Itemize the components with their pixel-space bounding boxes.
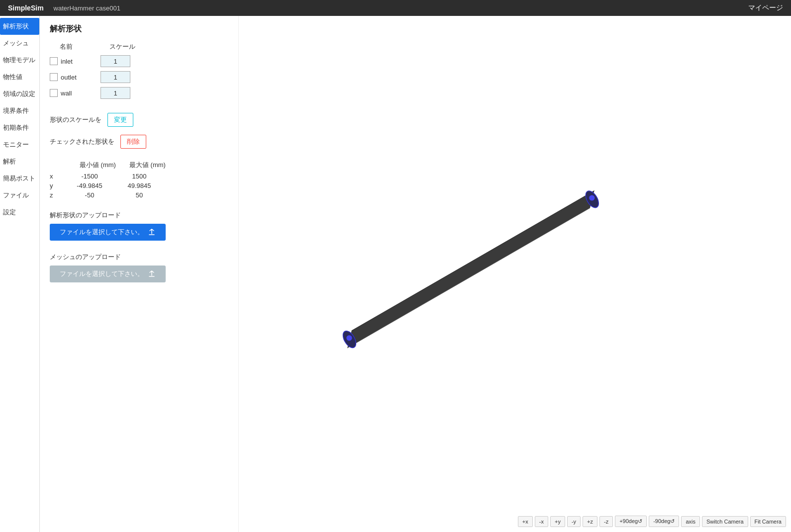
bb-axis-y: y [50, 182, 65, 189]
bb-min-header: 最小値 (mm) [80, 161, 129, 170]
pipe-svg [239, 16, 791, 532]
brand-name: SimpleSim [8, 4, 44, 12]
shape-table-header: 名前 スケール [50, 42, 228, 51]
bb-table-header: 最小値 (mm) 最大値 (mm) [50, 161, 179, 170]
cam-btn-plus90deg[interactable]: +90deg↺ [615, 516, 647, 527]
cam-btn-fit-camera[interactable]: Fit Camera [750, 516, 786, 527]
upload-shape-button[interactable]: ファイルを選択して下さい。 [50, 224, 166, 241]
cam-btn-minus-x[interactable]: -x [535, 516, 548, 527]
bb-max-x: 1500 [114, 173, 164, 180]
bb-row-x: x -1500 1500 [50, 173, 179, 180]
sidebar-item-settings[interactable]: 設定 [0, 204, 39, 221]
pipe-top-edge [347, 208, 590, 348]
cam-btn-minus90deg[interactable]: -90deg↺ [649, 516, 679, 527]
wall-scale-input[interactable] [100, 87, 130, 99]
delete-section: チェックされた形状を 削除 [50, 135, 228, 149]
pipe-bottom-edge [352, 190, 594, 331]
sidebar: 解析形状 メッシュ 物理モデル 物性値 領域の設定 境界条件 初期条件 モニター… [0, 16, 40, 532]
bb-max-y: 49.9845 [114, 182, 164, 189]
bb-max-header: 最大値 (mm) [129, 161, 179, 170]
pipe-end-dot [589, 195, 594, 200]
sidebar-item-monitor[interactable]: モニター [0, 136, 39, 153]
shape-row-inlet: inlet [50, 55, 228, 67]
cam-btn-minus-y[interactable]: -y [567, 516, 581, 527]
inlet-checkbox[interactable] [50, 57, 58, 65]
sidebar-item-analysis[interactable]: 解析 [0, 153, 39, 170]
upload-mesh-button: ファイルを選択して下さい。 [50, 266, 166, 282]
change-scale-button[interactable]: 変更 [107, 113, 133, 127]
bb-row-y: y -49.9845 49.9845 [50, 182, 179, 189]
sidebar-item-mesh[interactable]: メッシュ [0, 35, 39, 52]
cam-btn-minus-z[interactable]: -z [599, 516, 613, 527]
upload-mesh-label: メッシュのアップロード [50, 253, 228, 262]
outlet-name: outlet [61, 74, 100, 81]
wall-checkbox[interactable] [50, 89, 58, 97]
3d-viewport[interactable]: +x -x +y -y +z -z +90deg↺ -90deg↺ axis S… [239, 16, 791, 532]
scale-label: 形状のスケールを [50, 115, 101, 124]
cam-btn-plus-y[interactable]: +y [550, 516, 565, 527]
pipe-body [347, 190, 594, 348]
main-layout: 解析形状 メッシュ 物理モデル 物性値 領域の設定 境界条件 初期条件 モニター… [0, 16, 791, 532]
sidebar-item-analysis-shape[interactable]: 解析形状 [0, 18, 39, 35]
bb-min-x: -1500 [65, 173, 114, 180]
bb-max-z: 50 [114, 191, 164, 199]
main-content: 解析形状 名前 スケール inlet outlet wall [40, 16, 791, 532]
col-scale-header: スケール [109, 42, 135, 51]
cam-btn-axis[interactable]: axis [681, 516, 700, 527]
upload-mesh-icon [148, 270, 156, 278]
sidebar-item-files[interactable]: ファイル [0, 187, 39, 204]
delete-button[interactable]: 削除 [120, 135, 146, 149]
upload-icon [148, 228, 156, 236]
inlet-scale-input[interactable] [100, 55, 130, 67]
page-title: 解析形状 [50, 24, 228, 34]
case-name: waterHammer case001 [54, 4, 120, 12]
cam-btn-switch-camera[interactable]: Switch Camera [702, 516, 748, 527]
cam-btn-plus-z[interactable]: +z [583, 516, 597, 527]
bb-min-y: -49.9845 [65, 182, 114, 189]
bounding-box-table: 最小値 (mm) 最大値 (mm) x -1500 1500 y -49.984… [50, 161, 179, 199]
upload-mesh-section: メッシュのアップロード ファイルを選択して下さい。 [50, 253, 228, 282]
sidebar-item-initial[interactable]: 初期条件 [0, 119, 39, 136]
outlet-scale-input[interactable] [100, 71, 130, 83]
header: SimpleSim waterHammer case001 マイページ [0, 0, 791, 16]
scale-section: 形状のスケールを 変更 [50, 113, 228, 127]
delete-label: チェックされた形状を [50, 137, 114, 146]
cam-btn-plus-x[interactable]: +x [518, 516, 533, 527]
bb-min-z: -50 [65, 191, 114, 199]
bb-axis-z: z [50, 191, 65, 199]
upload-shape-label: 解析形状のアップロード [50, 211, 228, 220]
sidebar-item-boundary[interactable]: 境界条件 [0, 102, 39, 119]
mypage-link[interactable]: マイページ [748, 3, 783, 12]
outlet-checkbox[interactable] [50, 73, 58, 81]
camera-controls: +x -x +y -y +z -z +90deg↺ -90deg↺ axis S… [518, 516, 786, 527]
sidebar-item-post[interactable]: 簡易ポスト [0, 170, 39, 187]
sidebar-item-physics-model[interactable]: 物理モデル [0, 52, 39, 69]
sidebar-item-domain[interactable]: 領域の設定 [0, 86, 39, 102]
pipe-start-dot [346, 335, 352, 341]
left-panel: 解析形状 名前 スケール inlet outlet wall [40, 16, 239, 532]
sidebar-item-properties[interactable]: 物性値 [0, 69, 39, 86]
inlet-name: inlet [61, 58, 100, 65]
bb-axis-x: x [50, 173, 65, 180]
upload-shape-section: 解析形状のアップロード ファイルを選択して下さい。 [50, 211, 228, 241]
bb-row-z: z -50 50 [50, 191, 179, 199]
header-left: SimpleSim waterHammer case001 [8, 4, 120, 12]
shape-row-outlet: outlet [50, 71, 228, 83]
col-name-header: 名前 [60, 42, 109, 51]
shape-row-wall: wall [50, 87, 228, 99]
wall-name: wall [61, 89, 100, 97]
